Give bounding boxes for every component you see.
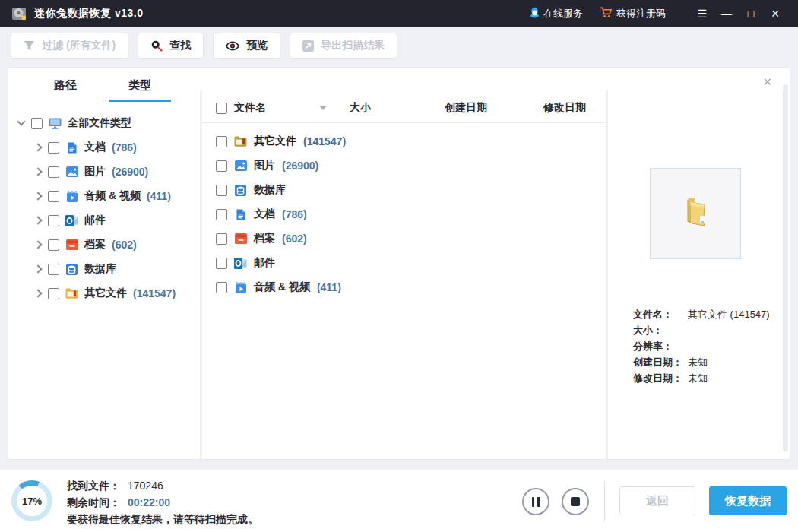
tab-type[interactable]: 类型 xyxy=(109,78,171,102)
search-button[interactable]: 查找 xyxy=(138,33,204,59)
checkbox[interactable] xyxy=(216,160,227,172)
file-info-row: 大小： xyxy=(633,322,783,338)
tree-item[interactable]: 音频 & 视频(411) xyxy=(17,184,200,208)
tree-item[interactable]: 邮件 xyxy=(17,208,200,233)
chevron-down-icon[interactable] xyxy=(17,119,25,127)
progress-ring: 17% xyxy=(11,480,52,521)
checkbox[interactable] xyxy=(48,288,59,299)
recover-data-button[interactable]: 恢复数据 xyxy=(709,486,787,515)
checkbox[interactable] xyxy=(216,258,227,269)
column-name[interactable]: 文件名 xyxy=(234,101,319,115)
stop-button[interactable] xyxy=(562,488,589,515)
file-list-row[interactable]: 邮件 xyxy=(202,251,606,275)
sidebar: 路径类型 全部文件类型文档(786)图片(26900)音频 & 视频(411)邮… xyxy=(8,68,200,459)
file-list-row[interactable]: 音频 & 视频(411) xyxy=(202,275,606,299)
tree-item-label: 图片 xyxy=(84,165,106,179)
tree-root-all-types[interactable]: 全部文件类型 xyxy=(17,111,200,135)
file-info-row: 分辨率： xyxy=(633,338,783,354)
select-all-checkbox[interactable] xyxy=(216,103,227,114)
chevron-right-icon[interactable] xyxy=(34,144,42,151)
chevron-right-icon[interactable] xyxy=(34,241,42,249)
found-files-label: 找到文件： xyxy=(67,477,120,494)
sort-arrow-icon[interactable] xyxy=(319,106,327,110)
tree-item-label: 音频 & 视频 xyxy=(84,189,141,203)
toolbar: 过滤 (所有文件)查找预览导出扫描结果 xyxy=(0,27,798,64)
database-icon xyxy=(234,185,247,196)
export-icon xyxy=(302,40,314,52)
checkbox[interactable] xyxy=(216,233,227,245)
tree-item[interactable]: 档案(602) xyxy=(17,233,200,257)
row-label: 其它文件 xyxy=(254,135,296,148)
button-divider xyxy=(604,481,605,521)
file-list-row[interactable]: 其它文件(141547) xyxy=(202,129,606,154)
scan-status: 找到文件： 170246 剩余时间： 00:22:00 要获得最佳恢复结果，请等… xyxy=(67,477,258,527)
online-service-link[interactable]: 在线服务 xyxy=(530,7,583,21)
file-type-tree: 全部文件类型文档(786)图片(26900)音频 & 视频(411)邮件档案(6… xyxy=(8,102,200,306)
file-list-rows: 其它文件(141547)图片(26900)数据库文档(786)档案(602)邮件… xyxy=(202,123,606,299)
tree-item[interactable]: 文档(786) xyxy=(17,135,200,160)
eye-icon xyxy=(226,41,239,51)
checkbox[interactable] xyxy=(216,136,227,147)
file-list-row[interactable]: 图片(26900) xyxy=(202,154,606,178)
file-info-row: 创建日期：未知 xyxy=(633,354,783,370)
checkbox[interactable] xyxy=(48,239,59,251)
checkbox[interactable] xyxy=(48,142,59,154)
row-label: 图片 xyxy=(254,159,275,173)
image-icon xyxy=(234,160,247,171)
tab-path[interactable]: 路径 xyxy=(34,78,97,102)
file-list-row[interactable]: 数据库 xyxy=(202,178,606,202)
column-created[interactable]: 创建日期 xyxy=(445,101,543,115)
tree-item[interactable]: 其它文件(141547) xyxy=(17,281,200,306)
chevron-right-icon[interactable] xyxy=(34,290,42,297)
maximize-button[interactable]: □ xyxy=(739,0,763,27)
tree-item-count: (786) xyxy=(112,141,137,154)
checkbox[interactable] xyxy=(31,118,43,129)
cart-icon xyxy=(600,7,613,21)
checkbox[interactable] xyxy=(48,191,59,202)
found-files-value: 170246 xyxy=(128,477,163,494)
app-logo-icon xyxy=(11,5,27,22)
status-bar: 17% 找到文件： 170246 剩余时间： 00:22:00 要获得最佳恢复结… xyxy=(0,470,798,532)
tree-item[interactable]: 图片(26900) xyxy=(17,160,200,184)
menu-button[interactable]: ☰ xyxy=(690,0,714,27)
chevron-right-icon[interactable] xyxy=(34,192,42,200)
file-list-header: 文件名 大小 创建日期 修改日期 xyxy=(202,93,606,123)
checkbox[interactable] xyxy=(216,185,227,196)
outlook-icon xyxy=(234,258,247,269)
tree-item[interactable]: 数据库 xyxy=(17,257,200,281)
close-preview-icon[interactable]: ✕ xyxy=(762,75,772,89)
close-button[interactable]: ✕ xyxy=(763,0,787,27)
row-count: (26900) xyxy=(282,160,318,172)
eye-button[interactable]: 预览 xyxy=(213,33,280,59)
row-count: (786) xyxy=(282,208,307,220)
sidebar-tabs: 路径类型 xyxy=(8,68,200,102)
row-count: (411) xyxy=(317,281,341,293)
get-license-link[interactable]: 获得注册码 xyxy=(600,7,666,21)
chevron-right-icon[interactable] xyxy=(34,217,42,224)
chevron-right-icon[interactable] xyxy=(34,168,42,176)
file-info-value: 其它文件 (141547) xyxy=(688,306,770,322)
folder-olive-icon xyxy=(234,136,247,147)
file-list-panel: 文件名 大小 创建日期 修改日期 其它文件(141547)图片(26900)数据… xyxy=(202,68,606,459)
file-list-row[interactable]: 档案(602) xyxy=(202,226,606,251)
row-count: (602) xyxy=(282,233,307,245)
checkbox[interactable] xyxy=(48,264,59,275)
back-button[interactable]: 返回 xyxy=(619,486,695,515)
checkbox[interactable] xyxy=(216,209,227,220)
file-info-label: 修改日期： xyxy=(633,370,688,386)
file-list-row[interactable]: 文档(786) xyxy=(202,202,606,226)
scrollbar[interactable] xyxy=(783,84,788,451)
chevron-right-icon[interactable] xyxy=(34,265,42,273)
tree-item-count: (141547) xyxy=(133,287,176,299)
file-info-value: 未知 xyxy=(688,370,708,386)
minimize-button[interactable]: — xyxy=(714,0,739,27)
remaining-time-label: 剩余时间： xyxy=(67,494,120,511)
database-icon xyxy=(65,264,78,275)
column-modified[interactable]: 修改日期 xyxy=(543,101,606,115)
pause-button[interactable] xyxy=(522,488,549,515)
column-size[interactable]: 大小 xyxy=(350,101,445,115)
checkbox[interactable] xyxy=(48,215,59,226)
titlebar-links: 在线服务获得注册码 xyxy=(530,7,666,21)
checkbox[interactable] xyxy=(48,166,59,178)
checkbox[interactable] xyxy=(216,282,227,293)
